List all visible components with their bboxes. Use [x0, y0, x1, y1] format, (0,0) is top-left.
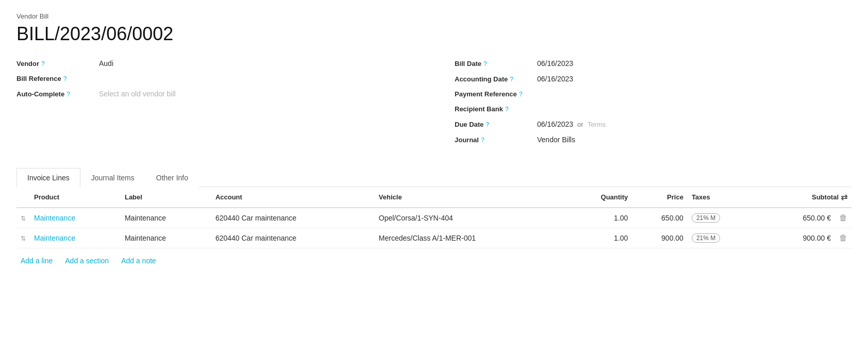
row2-quantity: 1.00 [567, 228, 632, 248]
auto-complete-input[interactable]: Select an old vendor bill [99, 90, 413, 98]
col-account: Account [211, 187, 375, 208]
bill-date-help-icon[interactable]: ? [483, 60, 487, 68]
add-line-button[interactable]: Add a line [21, 257, 53, 265]
row1-delete-icon[interactable]: 🗑 [839, 213, 847, 223]
subtotal-settings-icon[interactable]: ⇄ [841, 192, 847, 202]
row1-price: 650.00 [632, 208, 688, 228]
form-left: Vendor ? Audi Bill Reference ? Auto-Comp… [16, 59, 434, 151]
row1-quantity: 1.00 [567, 208, 632, 228]
auto-complete-help-icon[interactable]: ? [66, 91, 70, 98]
bill-reference-label: Bill Reference ? [16, 75, 99, 82]
add-note-button[interactable]: Add a note [121, 257, 156, 265]
auto-complete-field-row: Auto-Complete ? Select an old vendor bil… [16, 90, 413, 98]
add-section-button[interactable]: Add a section [65, 257, 109, 265]
bill-date-value[interactable]: 06/16/2023 [537, 59, 852, 68]
row1-subtotal-value: 650.00 € [803, 214, 831, 222]
col-subtotal: Subtotal ⇄ [755, 187, 852, 208]
due-date-value[interactable]: 06/16/2023 [537, 120, 573, 128]
row1-product[interactable]: Maintenance [30, 208, 121, 228]
payment-reference-label: Payment Reference ? [455, 90, 537, 98]
row1-reorder: ⇅ [16, 208, 30, 228]
accounting-date-field-row: Accounting Date ? 06/16/2023 [455, 75, 852, 83]
vendor-value: Audi [99, 59, 413, 68]
due-date-help-icon[interactable]: ? [486, 121, 489, 128]
tab-other-info[interactable]: Other Info [145, 168, 199, 187]
bill-reference-field-row: Bill Reference ? [16, 75, 413, 82]
journal-help-icon[interactable]: ? [481, 137, 485, 144]
due-date-value-group: 06/16/2023 or Terms [537, 120, 606, 128]
payment-reference-help-icon[interactable]: ? [519, 91, 523, 98]
row2-vehicle: Mercedes/Class A/1-MER-001 [375, 228, 567, 248]
row1-account: 620440 Car maintenance [211, 208, 375, 228]
form-right: Bill Date ? 06/16/2023 Accounting Date ?… [434, 59, 852, 151]
vendor-label: Vendor ? [16, 60, 99, 68]
col-price: Price [632, 187, 688, 208]
row1-sort-icon[interactable]: ⇅ [21, 215, 26, 222]
journal-label: Journal ? [455, 136, 537, 144]
tabs-container: Invoice Lines Journal Items Other Info [16, 167, 852, 187]
row2-product[interactable]: Maintenance [30, 228, 121, 248]
tab-journal-items[interactable]: Journal Items [80, 168, 145, 187]
row1-subtotal: 650.00 € 🗑 [755, 208, 852, 228]
bill-date-label: Bill Date ? [455, 60, 537, 68]
col-taxes: Taxes [688, 187, 755, 208]
payment-reference-field-row: Payment Reference ? [455, 90, 852, 98]
due-date-field-row: Due Date ? 06/16/2023 or Terms [455, 120, 852, 128]
recipient-bank-help-icon[interactable]: ? [505, 106, 509, 113]
table-row: ⇅ Maintenance Maintenance 620440 Car mai… [16, 228, 852, 248]
row1-vehicle: Opel/Corsa/1-SYN-404 [375, 208, 567, 228]
col-product: Product [30, 187, 121, 208]
row2-delete-icon[interactable]: 🗑 [839, 233, 847, 243]
journal-value[interactable]: Vendor Bills [537, 136, 852, 144]
accounting-date-help-icon[interactable]: ? [510, 76, 513, 83]
table-row: ⇅ Maintenance Maintenance 620440 Car mai… [16, 208, 852, 228]
row2-sort-icon[interactable]: ⇅ [21, 235, 26, 242]
vendor-field-row: Vendor ? Audi [16, 59, 413, 68]
row2-subtotal: 900.00 € 🗑 [755, 228, 852, 248]
due-date-or: or [577, 121, 583, 128]
journal-field-row: Journal ? Vendor Bills [455, 136, 852, 144]
bill-reference-help-icon[interactable]: ? [63, 75, 67, 82]
invoice-table: Product Label Account Vehicle Quantity P… [16, 187, 852, 248]
row2-reorder: ⇅ [16, 228, 30, 248]
terms-link[interactable]: Terms [588, 121, 606, 128]
row2-price: 900.00 [632, 228, 688, 248]
row1-tax-badge: 21% M [692, 213, 720, 223]
row2-taxes: 21% M [688, 228, 755, 248]
row2-subtotal-value: 900.00 € [803, 234, 831, 242]
bill-date-field-row: Bill Date ? 06/16/2023 [455, 59, 852, 68]
col-vehicle: Vehicle [375, 187, 567, 208]
col-quantity: Quantity [567, 187, 632, 208]
auto-complete-label: Auto-Complete ? [16, 90, 99, 98]
row2-account: 620440 Car maintenance [211, 228, 375, 248]
tab-invoice-lines[interactable]: Invoice Lines [16, 168, 80, 187]
page-subtitle: Vendor Bill [16, 12, 852, 20]
row1-label: Maintenance [121, 208, 211, 228]
col-reorder [16, 187, 30, 208]
col-label: Label [121, 187, 211, 208]
recipient-bank-field-row: Recipient Bank ? [455, 105, 852, 113]
due-date-label: Due Date ? [455, 121, 537, 128]
vendor-help-icon[interactable]: ? [41, 60, 45, 68]
page-title: BILL/2023/06/0002 [16, 23, 852, 45]
row2-label: Maintenance [121, 228, 211, 248]
form-section: Vendor ? Audi Bill Reference ? Auto-Comp… [16, 59, 852, 151]
accounting-date-value[interactable]: 06/16/2023 [537, 75, 852, 83]
accounting-date-label: Accounting Date ? [455, 75, 537, 83]
recipient-bank-label: Recipient Bank ? [455, 105, 537, 113]
row1-taxes: 21% M [688, 208, 755, 228]
add-line-row: Add a line Add a section Add a note [16, 250, 852, 271]
row2-tax-badge: 21% M [692, 233, 720, 243]
